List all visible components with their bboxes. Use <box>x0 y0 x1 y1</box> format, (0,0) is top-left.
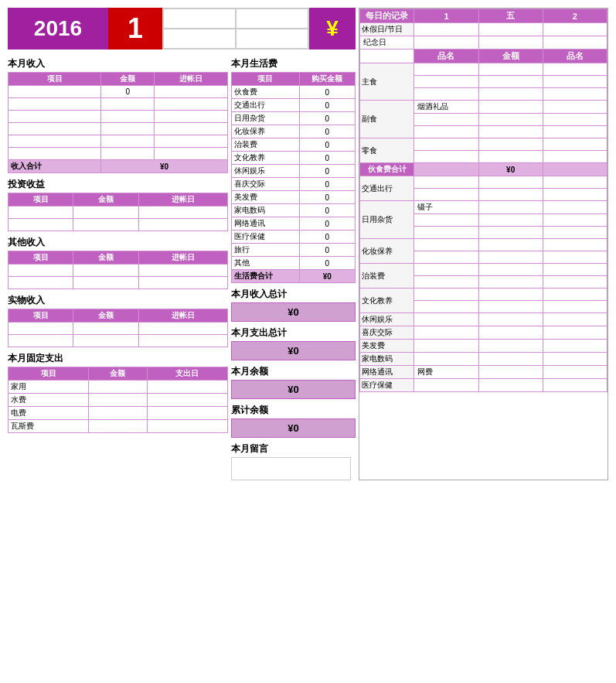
life-row: 文化教养0 <box>232 152 356 165</box>
cumulative-balance-value: ¥0 <box>231 418 356 438</box>
oth-col-amount: 金额 <box>73 251 138 265</box>
fix-col-amount: 金额 <box>89 367 148 381</box>
transport-label: 交通出行 <box>360 176 414 201</box>
side-dish-item1: 烟酒礼品 <box>414 101 478 114</box>
snack-label: 零食 <box>360 138 414 163</box>
life-total-value: ¥0 <box>299 270 355 283</box>
investment-row <box>9 219 228 231</box>
other-income-row <box>9 277 228 289</box>
year-value: 2016 <box>34 16 82 41</box>
leisure-label: 休闲娱乐 <box>360 313 414 326</box>
cat-cosmetics: 化妆保养 <box>360 239 607 251</box>
life-row: 休闲娱乐0 <box>232 165 356 178</box>
header-cell-4 <box>236 29 308 49</box>
fixed-expense-title: 本月固定支出 <box>8 352 228 365</box>
daily-record-table: 每日的记录 1 五 2 休假日/节日 纪念日 <box>359 9 607 392</box>
life-row: 美发费0 <box>232 191 356 204</box>
sub-header-row: 品名 金额 品名 <box>360 50 607 63</box>
life-row: 日用杂货0 <box>232 112 356 125</box>
cat-daily-goods: 日用杂货 镊子 <box>360 201 607 214</box>
life-row: 交通出行0 <box>232 99 356 112</box>
cat-snack: 零食 <box>360 138 607 151</box>
physical-income-row <box>9 323 228 335</box>
other-income-table: 项目 金额 进帐日 <box>8 251 228 289</box>
monthly-income-total-value: ¥0 <box>231 302 356 322</box>
fixed-expense-table: 项目 金额 支出日 家用 水费 电费 瓦斯费 <box>8 367 228 433</box>
life-row: 伙食费0 <box>232 86 356 99</box>
income-col-item: 项目 <box>9 73 101 86</box>
year-display: 2016 <box>8 8 108 50</box>
life-row: 喜庆交际0 <box>232 178 356 191</box>
anniversary-row: 纪念日 <box>360 36 607 50</box>
daily-record-header: 每日的记录 <box>360 9 414 23</box>
cat-healthcare: 医疗保健 <box>360 379 607 392</box>
daily-col2: 五 <box>478 9 543 23</box>
header-grid <box>162 8 309 50</box>
daily-record-panel: 每日的记录 1 五 2 休假日/节日 纪念日 <box>359 8 608 480</box>
income-row <box>9 148 228 160</box>
investment-title: 投资收益 <box>8 178 228 191</box>
header-cell-1 <box>163 9 236 29</box>
monthly-expense-total-title: 本月支出总计 <box>231 326 356 340</box>
fixed-row: 水费 <box>9 394 228 407</box>
food-total-row: 伙食费合计 ¥0 <box>360 163 607 176</box>
income-col-amount: 金额 <box>101 73 155 86</box>
life-row: 医疗保健0 <box>232 231 356 244</box>
network-item1: 网费 <box>414 366 478 379</box>
anniversary-label: 纪念日 <box>360 36 414 50</box>
cat-staple-food: 主食 <box>360 63 607 76</box>
monthly-balance-value: ¥0 <box>231 380 356 399</box>
life-row: 网络通讯0 <box>232 217 356 231</box>
income-title: 本月收入 <box>8 57 228 70</box>
celebration-label: 喜庆交际 <box>360 326 414 340</box>
header-cell-3 <box>163 29 236 49</box>
monthly-note-box[interactable] <box>231 457 351 480</box>
life-row: 家电数码0 <box>232 204 356 217</box>
life-row: 旅行0 <box>232 244 356 257</box>
cat-network: 网络通讯 网费 <box>360 366 607 379</box>
income-total-row: 收入合计 ¥0 <box>9 160 228 173</box>
monthly-income-total-section: 本月收入总计 ¥0 <box>231 288 356 322</box>
income-row <box>9 135 228 148</box>
daily-goods-label: 日用杂货 <box>360 201 414 239</box>
life-row: 其他0 <box>232 257 356 270</box>
monthly-expense-total-section: 本月支出总计 ¥0 <box>231 326 356 360</box>
monthly-income-total-title: 本月收入总计 <box>231 288 356 301</box>
other-income-row <box>9 265 228 277</box>
income-row <box>9 111 228 123</box>
fix-col-date: 支出日 <box>147 367 227 381</box>
side-dish-label: 副食 <box>360 101 414 138</box>
cat-celebration: 喜庆交际 <box>360 326 607 340</box>
inv-col-item: 项目 <box>9 193 73 207</box>
life-col-item: 项目 <box>232 73 300 86</box>
income-col-date: 进帐日 <box>155 73 228 86</box>
income-table: 项目 金额 进帐日 0 收入合计 ¥0 <box>8 72 228 173</box>
haircare-label: 美发费 <box>360 340 414 353</box>
month-value: 1 <box>128 12 143 45</box>
inv-col-date: 进帐日 <box>138 193 228 207</box>
fixed-row: 瓦斯费 <box>9 420 228 433</box>
cat-culture: 文化教养 <box>360 289 607 301</box>
phy-col-item: 项目 <box>9 309 73 323</box>
daily-col3: 2 <box>543 9 607 23</box>
fix-col-item: 项目 <box>9 367 89 381</box>
income-row <box>9 123 228 135</box>
month-display: 1 <box>108 8 162 50</box>
investment-row <box>9 207 228 219</box>
income-total-value: ¥0 <box>101 160 228 173</box>
phy-col-amount: 金额 <box>73 309 138 323</box>
phy-col-date: 进帐日 <box>138 309 228 323</box>
sub-header-col2: 金额 <box>478 50 543 63</box>
food-total-value: ¥0 <box>478 163 543 176</box>
cat-leisure: 休闲娱乐 <box>360 313 607 326</box>
culture-label: 文化教养 <box>360 289 414 313</box>
network-label: 网络通讯 <box>360 366 414 379</box>
inv-col-amount: 金额 <box>73 193 138 207</box>
monthly-note-section: 本月留言 <box>231 442 356 480</box>
other-income-title: 其他收入 <box>8 236 228 249</box>
cumulative-balance-title: 累计余额 <box>231 404 356 417</box>
cat-clothing: 治装费 <box>360 264 607 276</box>
physical-income-table: 项目 金额 进帐日 <box>8 309 228 347</box>
life-row: 化妆保养0 <box>232 125 356 138</box>
cat-side-dish: 副食 烟酒礼品 <box>360 101 607 114</box>
